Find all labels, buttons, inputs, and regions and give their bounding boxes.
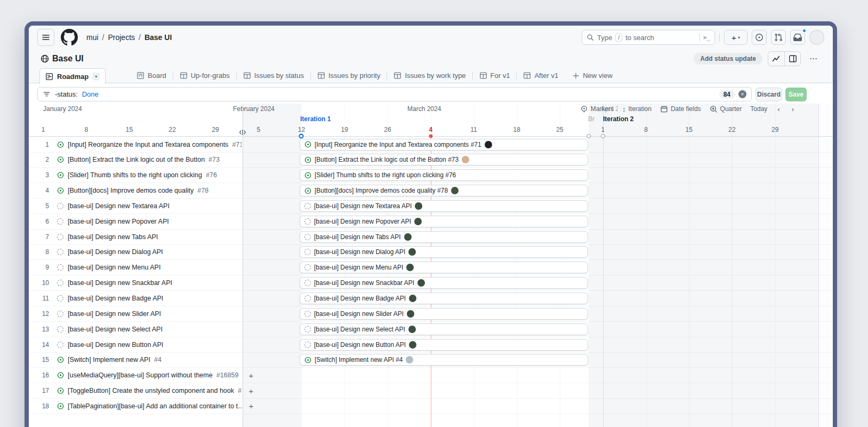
add-date-button[interactable]: + <box>246 401 256 411</box>
add-date-button[interactable]: + <box>246 386 256 396</box>
item-title[interactable]: [base-ui] Design new Select API <box>68 322 166 337</box>
assignee-avatar[interactable] <box>409 295 416 302</box>
item-title[interactable]: [base-ui] Design new Textarea API <box>68 199 173 213</box>
assignee-avatar[interactable] <box>451 187 459 194</box>
iteration1-start-marker[interactable] <box>299 134 304 139</box>
iteration2-start-marker[interactable] <box>601 134 605 138</box>
new-view-button[interactable]: New view <box>565 72 620 80</box>
table-row[interactable]: 4 [Button][docs] Improve demos code qual… <box>29 183 833 199</box>
table-row[interactable]: 7 [base-ui] Design new Tabs API [base-ui… <box>29 230 833 245</box>
assignee-avatar[interactable] <box>417 279 425 287</box>
assignee-avatar[interactable] <box>408 326 416 333</box>
assignee-avatar[interactable] <box>485 141 492 148</box>
item-title[interactable]: [base-ui] Design new Slider API <box>68 306 165 321</box>
item-title[interactable]: [base-ui] Design new Tabs API <box>68 230 162 244</box>
timeline-bar[interactable]: [Slider] Thumb shifts to the right upon … <box>300 169 588 181</box>
item-title[interactable]: [base-ui] Design new Badge API <box>68 291 167 306</box>
timeline-bar[interactable]: [Button][docs] Improve demos code qualit… <box>300 185 588 196</box>
timeline-bar[interactable]: [base-ui] Design new Menu API <box>300 262 588 273</box>
user-avatar[interactable] <box>809 30 824 45</box>
assignee-avatar[interactable] <box>415 202 422 210</box>
item-title[interactable]: [Slider] Thumb shifts to the right upon … <box>68 168 217 183</box>
timeline-bar[interactable]: [base-ui] Design new Snackbar API <box>300 277 588 289</box>
assignee-avatar[interactable] <box>409 341 416 349</box>
table-row[interactable]: 8 [base-ui] Design new Dialog API [base-… <box>29 244 833 260</box>
tab-for-v1[interactable]: For v1 <box>473 68 517 83</box>
filter-input[interactable]: -status:Done 84 × <box>37 87 752 101</box>
item-title[interactable]: [Switch] Implement new API#4 <box>68 352 162 367</box>
breadcrumb-projects[interactable]: Projects <box>108 33 135 42</box>
tab-roadmap-active[interactable]: Roadmap ▾ <box>39 68 106 84</box>
table-row[interactable]: 3 [Slider] Thumb shifts to the right upo… <box>29 168 833 183</box>
table-row[interactable]: 10 [base-ui] Design new Snackbar API [ba… <box>29 275 833 291</box>
item-title[interactable]: [Button] Extract the Link logic out of t… <box>68 152 220 167</box>
quarter-zoom-button[interactable]: Quarter <box>710 105 742 113</box>
chevron-down-icon[interactable]: ▾ <box>92 73 100 81</box>
table-row[interactable]: 14 [base-ui] Design new Button API [base… <box>29 337 833 353</box>
scroll-left-button[interactable]: ‹ <box>776 105 781 113</box>
assignee-avatar[interactable] <box>414 218 422 225</box>
discard-button[interactable]: Discard <box>756 88 782 101</box>
item-title[interactable]: [base-ui] Design new Snackbar API <box>68 275 176 290</box>
item-title[interactable]: [base-ui] Design new Dialog API <box>68 244 167 259</box>
command-palette-icon[interactable]: >_ <box>703 34 710 41</box>
timeline-bar[interactable]: [base-ui] Design new Select API <box>300 323 588 335</box>
assignee-avatar[interactable] <box>406 264 414 271</box>
item-title[interactable]: [useMediaQuery][base-ui] Support without… <box>68 368 238 383</box>
table-row[interactable]: 5 [base-ui] Design new Textarea API [bas… <box>29 199 833 214</box>
assignee-avatar[interactable] <box>404 233 412 241</box>
timeline-bar[interactable]: [base-ui] Design new Button API <box>300 339 588 351</box>
item-title[interactable]: [Input] Reorganize the Input and Textare… <box>68 137 242 152</box>
table-row[interactable]: 6 [base-ui] Design new Popover API [base… <box>29 214 833 230</box>
side-panel-button[interactable] <box>784 52 800 66</box>
item-title[interactable]: [base-ui] Design new Menu API <box>68 260 164 275</box>
table-row[interactable]: 9 [base-ui] Design new Menu API [base-ui… <box>29 260 833 275</box>
tab-after-v1[interactable]: After v1 <box>517 68 565 83</box>
assignee-avatar[interactable] <box>407 310 414 318</box>
insights-button[interactable] <box>768 52 784 66</box>
timeline-bar[interactable]: [Button] Extract the Link logic out of t… <box>300 154 588 165</box>
timeline-bar[interactable]: [base-ui] Design new Tabs API <box>300 231 588 243</box>
timeline-bar[interactable]: [base-ui] Design new Dialog API <box>300 246 588 258</box>
assignee-avatar[interactable] <box>406 356 413 363</box>
item-title[interactable]: [Button][docs] Improve demos code qualit… <box>68 183 208 198</box>
item-title[interactable]: [base-ui] Design new Button API <box>68 337 167 352</box>
item-title[interactable]: [base-ui] Design new Popover API <box>68 214 173 229</box>
timeline-bar[interactable]: [Switch] Implement new API #4 <box>300 354 588 366</box>
assignee-avatar[interactable] <box>462 156 469 163</box>
timeline-bar[interactable]: [base-ui] Design new Badge API <box>300 292 588 304</box>
github-logo[interactable] <box>61 29 78 46</box>
pane-resize-handle[interactable] <box>238 129 247 136</box>
table-row[interactable]: 2 [Button] Extract the Link logic out of… <box>29 152 833 168</box>
item-title[interactable]: [TablePagination][base-ui] Add an additi… <box>68 399 242 414</box>
tab-up-for-grabs[interactable]: Up-for-grabs <box>173 68 236 83</box>
save-button[interactable]: Save <box>785 88 807 101</box>
create-new-button[interactable]: + ▾ <box>724 30 748 45</box>
tab-issues-by-work-type[interactable]: Issues by work type <box>387 68 472 83</box>
item-title[interactable]: [ToggleButton] Create the unstyled compo… <box>68 383 242 398</box>
breadcrumb-current[interactable]: Base UI <box>144 33 172 42</box>
pull-requests-button[interactable] <box>771 30 786 45</box>
tab-issues-by-priority[interactable]: Issues by priority <box>311 68 387 83</box>
tab-board[interactable]: Board <box>130 68 173 83</box>
clear-filter-icon[interactable]: × <box>738 90 746 98</box>
timeline-bar[interactable]: [Input] Reorganize the Input and Textare… <box>300 139 588 151</box>
timeline-bar[interactable]: [base-ui] Design new Textarea API <box>300 200 588 212</box>
table-row[interactable]: 15 [Switch] Implement new API#4 [Switch]… <box>29 352 833 368</box>
add-status-update-button[interactable]: Add status update <box>694 53 762 65</box>
pane-divider[interactable] <box>243 104 243 427</box>
iteration1-end-marker[interactable] <box>586 134 591 138</box>
table-row[interactable]: 1 [Input] Reorganize the Input and Texta… <box>29 137 833 153</box>
scroll-right-button[interactable]: › <box>790 105 795 113</box>
hamburger-menu-button[interactable] <box>37 29 54 46</box>
global-search-input[interactable]: Type / to search >_ <box>582 30 715 45</box>
tab-issues-by-status[interactable]: Issues by status <box>237 68 310 83</box>
project-menu-button[interactable]: ⋯ <box>806 54 821 64</box>
today-button[interactable]: Today <box>750 105 767 113</box>
iteration-zoom-button[interactable]: ↕ Iteration <box>622 105 652 113</box>
issues-button[interactable] <box>752 30 767 45</box>
table-row[interactable]: 16 [useMediaQuery][base-ui] Support with… <box>29 368 833 383</box>
table-row[interactable]: 11 [base-ui] Design new Badge API [base-… <box>29 291 833 306</box>
table-row[interactable]: 18 [TablePagination][base-ui] Add an add… <box>29 399 833 414</box>
markers-button[interactable]: Markers <box>580 105 614 113</box>
